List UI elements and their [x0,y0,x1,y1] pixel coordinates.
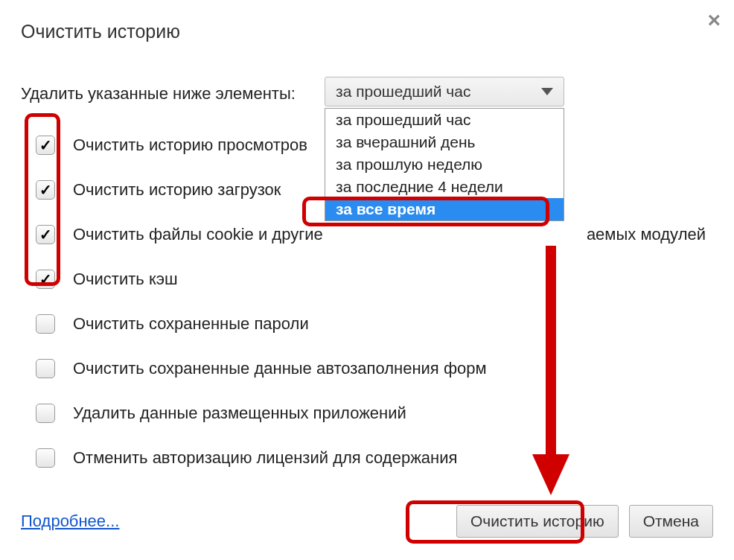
time-range-selected-value: за прошедший час [336,83,470,101]
check-row-deauth-licenses: Отменить авторизацию лицензий для содерж… [21,436,713,480]
check-row-hosted-apps: Удалить данные размещенных приложений [21,391,713,436]
checkbox-label: Очистить сохраненные данные автозаполнен… [73,359,487,378]
checkbox-deauth-licenses[interactable] [36,448,55,468]
checkbox-label: Отменить авторизацию лицензий для содерж… [73,448,457,468]
check-row-passwords: Очистить сохраненные пароли [21,302,713,346]
close-icon[interactable]: × [707,9,721,31]
checkbox-label: Очистить историю загрузок [73,180,281,200]
check-row-autofill: Очистить сохраненные данные автозаполнен… [21,346,713,391]
checkbox-browsing[interactable] [36,136,55,155]
checkbox-label: Очистить историю просмотров [73,136,307,155]
checkbox-autofill[interactable] [36,359,55,378]
checkbox-label: Очистить файлы cookie и другие [73,225,323,244]
time-range-label: Удалить указанные ниже элементы: [21,80,296,104]
checkbox-hosted-apps[interactable] [36,404,55,423]
time-range-select-button[interactable]: за прошедший час [325,77,564,106]
checkbox-label: Удалить данные размещенных приложений [73,404,406,423]
time-range-option[interactable]: за прошедший час [325,109,564,131]
checkbox-cookies[interactable] [36,225,55,244]
clear-history-dialog: × Очистить историю Удалить указанные ниж… [0,0,734,560]
time-range-option[interactable]: за все время [325,198,564,220]
time-range-option[interactable]: за вчерашний день [325,131,564,153]
learn-more-link[interactable]: Подробнее... [21,512,119,531]
footer-buttons: Очистить историю Отмена [456,505,713,538]
clear-history-button[interactable]: Очистить историю [456,505,619,538]
cancel-button[interactable]: Отмена [629,505,713,538]
checkbox-label-trailing: аемых модулей [587,225,706,244]
checkbox-label: Очистить кэш [73,270,178,289]
checkbox-label: Очистить сохраненные пароли [73,314,309,334]
checkbox-cache[interactable] [36,270,55,289]
time-range-option[interactable]: за последние 4 недели [325,176,564,198]
time-range-option[interactable]: за прошлую неделю [325,153,564,176]
dialog-footer: Подробнее... Очистить историю Отмена [21,505,713,538]
check-row-cache: Очистить кэш [21,257,713,302]
dialog-title: Очистить историю [21,21,713,42]
checkbox-passwords[interactable] [36,314,55,334]
time-range-select[interactable]: за прошедший час за прошедший час за вче… [325,77,564,106]
time-range-row: Удалить указанные ниже элементы: за прош… [21,80,713,104]
time-range-dropdown: за прошедший час за вчерашний день за пр… [325,108,564,221]
chevron-down-icon [541,88,553,95]
checkbox-downloads[interactable] [36,180,55,200]
